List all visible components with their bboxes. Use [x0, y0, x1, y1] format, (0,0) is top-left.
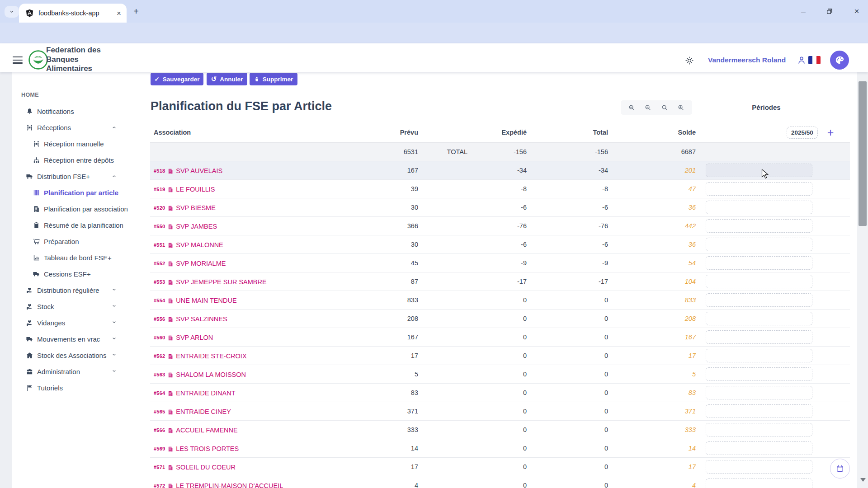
association-link[interactable]: #564ENTRAIDE DINANT	[154, 384, 236, 403]
browser-tab[interactable]: foodbanks-stock-app ×	[19, 4, 127, 23]
solde-value: 17	[605, 347, 696, 365]
association-link[interactable]: #565ENTRAIDE CINEY	[154, 403, 231, 421]
association-link[interactable]: #556SVP SALZINNES	[154, 310, 227, 328]
hamburger-menu-button[interactable]	[13, 56, 23, 64]
sidebar-item[interactable]: Administration	[12, 363, 133, 380]
period-quantity-input[interactable]	[706, 441, 812, 455]
period-quantity-input[interactable]	[706, 367, 812, 381]
total-value: 0	[518, 458, 608, 476]
period-quantity-input[interactable]	[706, 164, 812, 177]
column-header-total[interactable]: Total	[518, 122, 608, 143]
zoom-out-icon[interactable]	[628, 104, 636, 112]
zoom-out-small-icon[interactable]	[644, 104, 652, 112]
period-quantity-input[interactable]	[706, 238, 812, 251]
period-quantity-input[interactable]	[706, 423, 812, 436]
period-quantity-input[interactable]	[706, 386, 812, 399]
cancel-button[interactable]: ↺ Annuler	[207, 73, 247, 85]
save-button[interactable]: ✓ Sauvegarder	[151, 73, 203, 85]
column-header-association[interactable]: Association	[154, 122, 191, 143]
association-link[interactable]: #520SVP BIESME	[154, 199, 216, 217]
close-tab-icon[interactable]: ×	[117, 9, 121, 17]
delete-button[interactable]: Supprimer	[250, 73, 297, 85]
expedie-value: -34	[436, 161, 527, 180]
people-carry-icon	[25, 123, 33, 131]
window-close-button[interactable]: ×	[846, 0, 867, 23]
association-link[interactable]: #569LES TROIS PORTES	[154, 440, 239, 458]
period-quantity-input[interactable]	[706, 479, 812, 488]
sidebar-item[interactable]: Résumé de la planification	[12, 217, 133, 233]
association-link[interactable]: #566ACCUEIL FAMENNE	[154, 421, 238, 440]
solde-value: 167	[605, 328, 696, 347]
tab-search-button[interactable]	[5, 6, 19, 18]
sidebar-item[interactable]: Stock	[12, 298, 133, 314]
association-link[interactable]: #554UNE MAIN TENDUE	[154, 291, 237, 310]
total-value: 0	[518, 310, 608, 328]
scroll-down-arrow[interactable]	[860, 478, 866, 482]
association-link[interactable]: #562ENTRAIDE STE-CROIX	[154, 347, 247, 366]
sidebar-item[interactable]: Tutoriels	[12, 380, 133, 396]
expedie-value: -8	[436, 180, 527, 198]
association-link[interactable]: #518SVP AUVELAIS	[154, 162, 222, 180]
period-calendar-button[interactable]	[830, 459, 850, 479]
language-flag-fr[interactable]	[808, 56, 821, 64]
association-link[interactable]: #552SVP MORIALME	[154, 254, 226, 273]
sidebar-item[interactable]: Mouvements en vrac	[12, 331, 133, 347]
association-name: ENTRAIDE DINANT	[176, 384, 235, 403]
period-quantity-input[interactable]	[706, 460, 812, 474]
sidebar-item[interactable]: Cessions ESF+	[12, 266, 133, 282]
sidebar-item[interactable]: Planification par article	[12, 184, 133, 201]
theme-sun-icon[interactable]	[685, 56, 694, 65]
association-link[interactable]: #572LE TREMPLIN-MAISON D'ACCUEIL	[154, 477, 283, 488]
expedie-value: 0	[436, 402, 527, 421]
column-header-solde[interactable]: Solde	[605, 122, 696, 143]
user-menu[interactable]: Vandermeersch Roland	[708, 56, 786, 64]
total-value: 0	[518, 476, 608, 488]
association-link[interactable]: #563SHALOM LA MOISSON	[154, 366, 246, 384]
user-icon	[797, 55, 807, 65]
periods-label: Périodes	[741, 103, 791, 111]
sidebar-item[interactable]: Distribution régulière	[12, 282, 133, 298]
table-header-row: Association Prévu Expédié Total Solde 20…	[150, 122, 850, 143]
zoom-reset-icon[interactable]	[661, 104, 669, 112]
add-period-button[interactable]: +	[824, 126, 837, 139]
column-header-prevu[interactable]: Prévu	[328, 122, 418, 143]
window-restore-button[interactable]	[819, 0, 840, 23]
sidebar-item[interactable]: Planification par association	[12, 201, 133, 217]
sidebar-item[interactable]: Réception entre dépôts	[12, 152, 133, 168]
prevu-value: 17	[328, 347, 418, 365]
period-quantity-input[interactable]	[706, 256, 812, 270]
association-link[interactable]: #560SVP ARLON	[154, 328, 213, 347]
sidebar-item[interactable]: Réception manuelle	[12, 136, 133, 152]
period-quantity-input[interactable]	[706, 293, 812, 307]
expedie-value: 0	[436, 310, 527, 328]
zoom-in-icon[interactable]	[677, 104, 685, 112]
period-quantity-input[interactable]	[706, 349, 812, 362]
angular-favicon	[25, 9, 34, 18]
association-link[interactable]: #571SOLEIL DU COEUR	[154, 458, 236, 477]
period-quantity-input[interactable]	[706, 201, 812, 214]
sidebar-item[interactable]: Notifications	[12, 103, 133, 119]
association-link[interactable]: #550SVP JAMBES	[154, 217, 217, 236]
period-quantity-input[interactable]	[706, 275, 812, 288]
sidebar-item[interactable]: Réceptions	[12, 119, 133, 136]
sidebar-item[interactable]: Stock des Associations	[12, 347, 133, 363]
period-quantity-input[interactable]	[706, 182, 812, 196]
association-link[interactable]: #553SVP JEMEPPE SUR SAMBRE	[154, 273, 267, 291]
sidebar-item[interactable]: Tableau de bord FSE+	[12, 249, 133, 266]
scrollbar-thumb[interactable]	[859, 81, 867, 226]
column-header-expedie[interactable]: Expédié	[436, 122, 527, 143]
sidebar-item[interactable]: Vidanges	[12, 314, 133, 331]
sidebar-item[interactable]: Préparation	[12, 233, 133, 249]
period-quantity-input[interactable]	[706, 404, 812, 418]
theme-palette-button[interactable]	[830, 51, 849, 70]
sidebar-item[interactable]: Distribution FSE+	[12, 168, 133, 184]
association-link[interactable]: #551SVP MALONNE	[154, 236, 223, 254]
new-tab-button[interactable]: +	[130, 5, 142, 17]
period-quantity-input[interactable]	[706, 330, 812, 344]
table-row: #566ACCUEIL FAMENNE33300333	[150, 421, 850, 439]
period-quantity-input[interactable]	[706, 219, 812, 233]
period-chip[interactable]: 2025/50	[787, 127, 818, 139]
period-quantity-input[interactable]	[706, 312, 812, 325]
window-minimize-button[interactable]: –	[793, 0, 814, 23]
association-link[interactable]: #519LE FOUILLIS	[154, 180, 215, 199]
